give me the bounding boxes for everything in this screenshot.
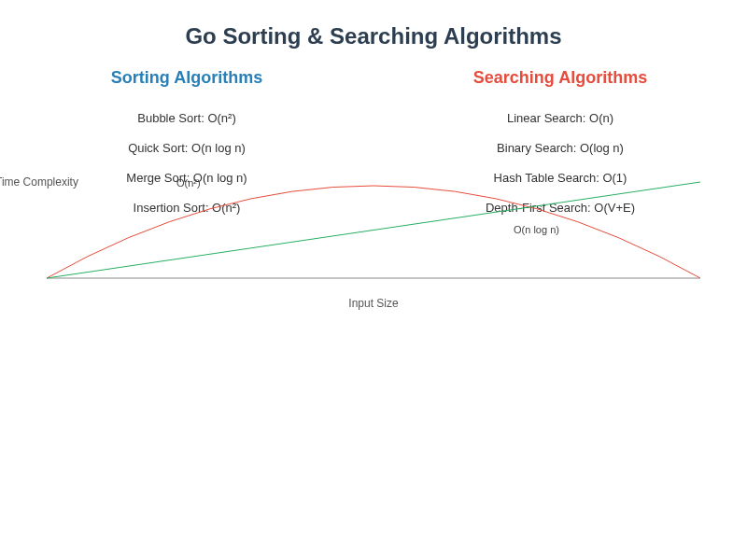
sorting-item: Bubble Sort: O(n²): [0, 111, 374, 125]
chart-svg: [47, 168, 700, 289]
page-title: Go Sorting & Searching Algorithms: [0, 0, 747, 68]
label-on2: O(n²): [176, 177, 201, 189]
sorting-item: Quick Sort: O(n log n): [0, 141, 374, 155]
searching-item: Linear Search: O(n): [374, 111, 747, 125]
x-axis-label: Input Size: [47, 297, 700, 310]
sorting-title: Sorting Algorithms: [0, 68, 374, 88]
searching-title: Searching Algorithms: [374, 68, 747, 88]
complexity-chart: Time Complexity O(n²) O(n log n) Input S…: [47, 168, 700, 308]
label-onlogn: O(n log n): [514, 224, 559, 235]
searching-item: Binary Search: O(log n): [374, 141, 747, 155]
curve-onlogn: [47, 182, 700, 278]
curve-on2: [47, 186, 700, 278]
